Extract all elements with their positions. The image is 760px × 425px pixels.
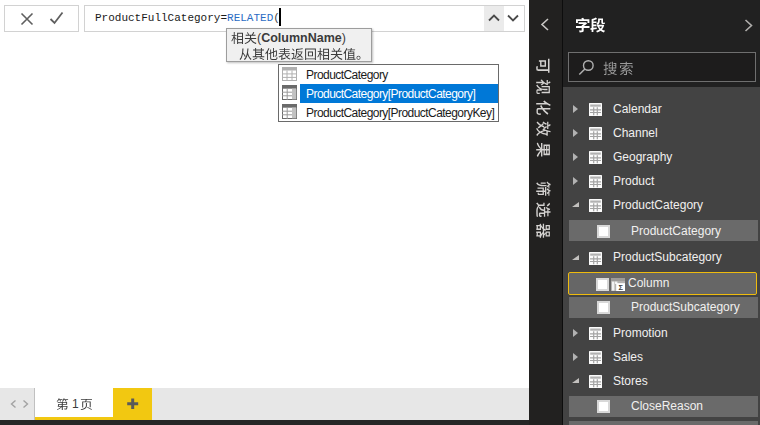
- svg-text:Σ: Σ: [618, 282, 623, 290]
